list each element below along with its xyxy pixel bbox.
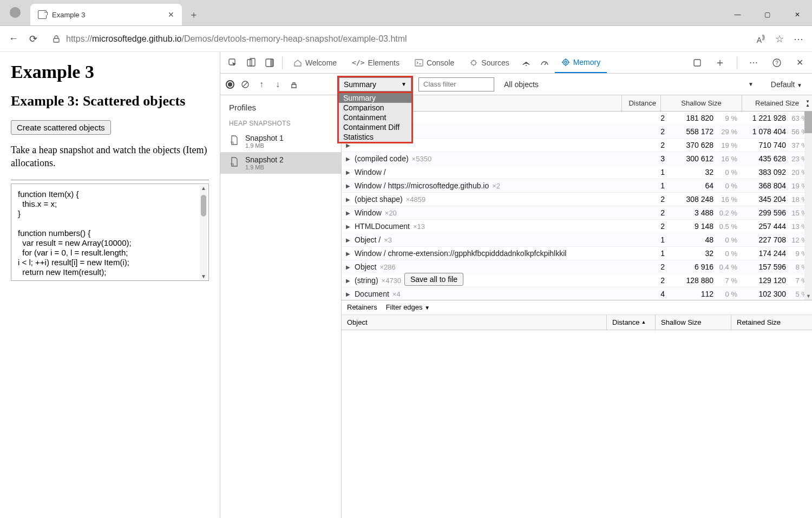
heap-row[interactable]: ▶Object /×31480 %227 70812 % <box>342 233 812 247</box>
code-box[interactable]: function Item(x) { this.x = x; } functio… <box>11 183 209 281</box>
dropdown-item[interactable]: Containment Diff <box>339 122 411 132</box>
close-devtools-icon[interactable]: ✕ <box>791 55 808 71</box>
retainers-header: Object Distance ▲ Shallow Size Retained … <box>342 315 812 330</box>
heap-area: Constructor Distance Shallow Size Retain… <box>342 95 812 518</box>
window-minimize[interactable]: — <box>723 4 752 25</box>
profiles-header: Profiles <box>220 101 341 114</box>
heap-row[interactable]: ▶Window / chrome-extension://gpphkfbcpid… <box>342 247 812 260</box>
gc-button[interactable] <box>289 79 299 90</box>
tab-close-button[interactable]: ✕ <box>168 10 174 19</box>
svg-point-7 <box>472 61 476 65</box>
perspective-select[interactable]: Summary▼ Summary Comparison Containment … <box>337 76 413 93</box>
code-text: function Item(x) { this.x = x; } functio… <box>18 189 132 277</box>
import-button[interactable]: ↑ <box>256 79 267 90</box>
svg-rect-6 <box>415 60 423 66</box>
read-aloud-icon[interactable]: A⟫ <box>757 34 765 44</box>
profile-avatar[interactable] <box>10 7 21 18</box>
device-icon[interactable] <box>243 55 259 71</box>
page-h2: Example 3: Scattered objects <box>11 93 209 109</box>
record-button[interactable] <box>226 80 234 89</box>
window-close[interactable]: ✕ <box>782 4 812 25</box>
col-retained[interactable]: Retained Size▼▲ <box>742 95 812 111</box>
svg-rect-2 <box>247 60 252 66</box>
dropdown-item[interactable]: Containment <box>339 113 411 122</box>
divider <box>11 180 209 180</box>
snapshot-item[interactable]: % Snapshot 21.9 MB <box>220 152 341 174</box>
class-filter-input[interactable] <box>418 77 494 91</box>
browser-tab[interactable]: Example 3 ✕ <box>30 4 182 25</box>
help-icon[interactable]: ? <box>769 55 785 71</box>
svg-text:%: % <box>231 141 234 145</box>
network-icon[interactable] <box>518 55 534 71</box>
heap-row[interactable]: ▶Window / https://microsoftedge.github.i… <box>342 179 812 193</box>
dropdown-item[interactable]: Comparison <box>339 103 411 113</box>
favorite-icon[interactable]: ☆ <box>775 33 784 45</box>
snapshot-icon: % <box>229 156 240 167</box>
snapshot-item[interactable]: % Snapshot 11.9 MB <box>220 130 341 152</box>
svg-rect-5 <box>270 59 273 67</box>
more-icon[interactable]: ⋯ <box>746 55 762 71</box>
url-text: https://microsoftedge.github.io/Demos/de… <box>66 34 407 44</box>
col-distance[interactable]: Distance <box>621 95 660 111</box>
heap-scrollbar[interactable]: ▼ <box>804 112 812 300</box>
page-content: Example 3 Example 3: Scattered objects C… <box>0 52 220 518</box>
profiles-sidebar: Profiles HEAP SNAPSHOTS % Snapshot 11.9 … <box>220 95 342 518</box>
default-select[interactable]: Default ▼ <box>767 80 807 89</box>
url-box[interactable]: https://microsoftedge.github.io/Demos/de… <box>47 34 749 44</box>
export-button[interactable]: ↓ <box>272 79 283 90</box>
tab-console[interactable]: Console <box>408 52 461 73</box>
performance-icon[interactable] <box>536 55 553 71</box>
browser-titlebar: Example 3 ✕ ＋ — ▢ ✕ <box>0 0 812 26</box>
ret-col-distance[interactable]: Distance ▲ <box>606 315 655 330</box>
svg-point-10 <box>565 61 567 63</box>
refresh-button[interactable]: ⟳ <box>27 33 39 45</box>
ret-col-object[interactable]: Object <box>342 315 606 330</box>
add-tab-icon[interactable]: ＋ <box>712 55 728 71</box>
back-button[interactable]: ← <box>8 33 19 45</box>
tab-sources[interactable]: Sources <box>463 52 515 73</box>
tab-welcome[interactable]: Welcome <box>287 52 343 73</box>
heap-row[interactable]: ▶(object shape)×48592308 24816 %345 2041… <box>342 193 812 206</box>
dropdown-item[interactable]: Summary <box>339 93 411 103</box>
dock-icon[interactable] <box>261 55 278 71</box>
retainers-tab[interactable]: Retainers <box>347 303 377 311</box>
dropdown-item[interactable]: Statistics <box>339 132 411 142</box>
snapshot-icon: % <box>229 135 240 146</box>
heap-row[interactable]: ▶Document×441120 %102 3005 % <box>342 287 812 300</box>
tab-elements[interactable]: </>Elements <box>345 52 406 73</box>
filter-edges-select[interactable]: Filter edges ▼ <box>386 303 430 311</box>
heap-row[interactable]: ▶Window×2023 4880.2 %299 59615 % <box>342 206 812 220</box>
svg-rect-11 <box>694 60 700 66</box>
perspective-dropdown: Summary Comparison Containment Containme… <box>337 93 413 143</box>
memory-toolbar: ↑ ↓ Summary▼ Summary Comparison Containm… <box>220 74 812 95</box>
scope-select[interactable]: All objects▼ <box>500 80 761 89</box>
ret-col-shallow[interactable]: Shallow Size <box>655 315 731 330</box>
window-maximize[interactable]: ▢ <box>752 4 782 25</box>
menu-icon[interactable]: ⋯ <box>794 33 804 45</box>
address-bar: ← ⟳ https://microsoftedge.github.io/Demo… <box>0 26 812 52</box>
heap-row[interactable]: ▶HTMLDocument×1329 1480.5 %257 44413 % <box>342 220 812 233</box>
svg-point-8 <box>526 65 527 66</box>
heap-row[interactable]: ▶Window /1320 %383 09220 % <box>342 166 812 179</box>
page-paragraph: Take a heap snapshot and watch the objec… <box>11 143 209 170</box>
ret-col-retained[interactable]: Retained Size <box>731 315 812 330</box>
col-shallow[interactable]: Shallow Size <box>660 95 742 111</box>
heap-row[interactable]: ▶Object×28626 9160.4 %157 5968 % <box>342 260 812 274</box>
new-tab-button[interactable]: ＋ <box>185 6 202 23</box>
svg-point-9 <box>563 60 568 65</box>
tab-memory[interactable]: Memory <box>555 52 607 73</box>
code-scrollbar[interactable]: ▲▼ <box>200 185 207 279</box>
heap-row[interactable]: ▶(compiled code)×53503300 61216 %435 628… <box>342 152 812 166</box>
save-tooltip: Save all to file <box>404 273 463 286</box>
page-icon <box>38 10 47 19</box>
devtools-panel: Welcome </>Elements Console Sources Memo… <box>220 52 812 518</box>
svg-rect-0 <box>54 38 59 42</box>
inspect-icon[interactable] <box>225 55 241 71</box>
tab-title: Example 3 <box>52 11 162 19</box>
retainers-toolbar: Retainers Filter edges ▼ <box>342 300 812 315</box>
create-objects-button[interactable]: Create scattered objects <box>11 120 111 135</box>
svg-text:?: ? <box>775 60 778 66</box>
activity-icon[interactable] <box>689 55 705 71</box>
clear-button[interactable] <box>240 79 251 90</box>
retainers-body[interactable] <box>342 330 812 519</box>
